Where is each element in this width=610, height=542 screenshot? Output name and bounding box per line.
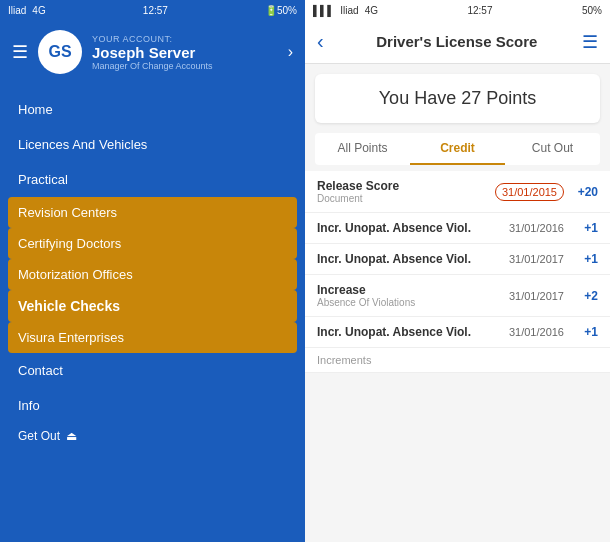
nav-item-contact[interactable]: Contact xyxy=(0,353,305,388)
time-left: 12:57 xyxy=(52,5,259,16)
record-date: 31/01/2016 xyxy=(509,326,564,338)
user-info: YOUR ACCOUNT: Joseph Server Manager Of C… xyxy=(92,34,278,71)
right-panel: ‹ Driver's License Score ☰ You Have 27 P… xyxy=(305,0,610,542)
status-bar-right: ▌▌▌ Iliad 4G 12:57 50% xyxy=(305,0,610,20)
record-title: Increase xyxy=(317,283,499,297)
chevron-right-icon[interactable]: › xyxy=(288,43,293,61)
nav-item-info[interactable]: Info xyxy=(0,388,305,423)
battery-icon-left: 🔋50% xyxy=(265,5,297,16)
record-points: +1 xyxy=(574,325,598,339)
record-title: Release Score xyxy=(317,179,485,193)
nav-item-getout[interactable]: Get Out ⏏ xyxy=(0,423,305,449)
network-right: 4G xyxy=(365,5,378,16)
record-item: Increase Absence Of Violations 31/01/201… xyxy=(305,275,610,317)
nav-item-motorization[interactable]: Motorization Offices xyxy=(8,259,297,290)
tab-all-points[interactable]: All Points xyxy=(315,133,410,165)
network-left: 4G xyxy=(32,5,45,16)
record-points: +1 xyxy=(574,221,598,235)
tab-credit[interactable]: Credit xyxy=(410,133,505,165)
nav-item-revision[interactable]: Revision Centers xyxy=(8,197,297,228)
record-subtitle: Absence Of Violations xyxy=(317,297,499,308)
menu-icon[interactable]: ☰ xyxy=(12,41,28,63)
record-title: Incr. Unopat. Absence Viol. xyxy=(317,325,499,339)
record-info: Increase Absence Of Violations xyxy=(317,283,499,308)
record-item: Incr. Unopat. Absence Viol. 31/01/2016 +… xyxy=(305,317,610,348)
getout-label: Get Out xyxy=(18,429,60,443)
record-date: 31/01/2016 xyxy=(509,222,564,234)
carrier-right: Iliad xyxy=(340,5,358,16)
record-subtitle: Document xyxy=(317,193,485,204)
record-points: +1 xyxy=(574,252,598,266)
nav-item-certifying[interactable]: Certifying Doctors xyxy=(8,228,297,259)
record-points: +20 xyxy=(574,185,598,199)
record-info: Incr. Unopat. Absence Viol. xyxy=(317,221,499,235)
record-info: Incr. Unopat. Absence Viol. xyxy=(317,252,499,266)
record-date: 31/01/2015 xyxy=(495,183,564,201)
nav-item-visura[interactable]: Visura Enterprises xyxy=(8,322,297,353)
record-item: Incr. Unopat. Absence Viol. 31/01/2016 +… xyxy=(305,213,610,244)
tabs-bar: All Points Credit Cut Out xyxy=(315,133,600,165)
user-name: Joseph Server xyxy=(92,44,278,61)
carrier-left: Iliad xyxy=(8,5,26,16)
hamburger-icon[interactable]: ☰ xyxy=(582,31,598,53)
nav-menu: Home Licences And Vehicles Practical Rev… xyxy=(0,92,305,542)
nav-item-licences[interactable]: Licences And Vehicles xyxy=(0,127,305,162)
signal-right: ▌▌▌ xyxy=(313,5,334,16)
battery-right: 50% xyxy=(582,5,602,16)
record-title: Incr. Unopat. Absence Viol. xyxy=(317,221,499,235)
tab-cut-out[interactable]: Cut Out xyxy=(505,133,600,165)
exit-icon: ⏏ xyxy=(66,429,77,443)
left-panel: ☰ GS YOUR ACCOUNT: Joseph Server Manager… xyxy=(0,0,305,542)
record-date: 31/01/2017 xyxy=(509,253,564,265)
increments-label: Increments xyxy=(305,348,610,373)
nav-item-home[interactable]: Home xyxy=(0,92,305,127)
nav-item-practical[interactable]: Practical xyxy=(0,162,305,197)
record-item: Incr. Unopat. Absence Viol. 31/01/2017 +… xyxy=(305,244,610,275)
points-banner: You Have 27 Points xyxy=(315,74,600,123)
record-title: Incr. Unopat. Absence Viol. xyxy=(317,252,499,266)
record-points: +2 xyxy=(574,289,598,303)
left-header: ☰ GS YOUR ACCOUNT: Joseph Server Manager… xyxy=(0,20,305,84)
status-bar: Iliad 4G 12:57 🔋50% ▌▌▌ Iliad 4G 12:57 5… xyxy=(0,0,610,20)
account-label: YOUR ACCOUNT: xyxy=(92,34,278,44)
back-button[interactable]: ‹ xyxy=(317,30,324,53)
user-role: Manager Of Change Accounts xyxy=(92,61,278,71)
record-info: Incr. Unopat. Absence Viol. xyxy=(317,325,499,339)
records-list: Release Score Document 31/01/2015 +20 In… xyxy=(305,171,610,542)
record-info: Release Score Document xyxy=(317,179,485,204)
nav-item-vehicle[interactable]: Vehicle Checks xyxy=(8,290,297,322)
avatar: GS xyxy=(38,30,82,74)
record-item: Release Score Document 31/01/2015 +20 xyxy=(305,171,610,213)
status-bar-left: Iliad 4G 12:57 🔋50% xyxy=(0,0,305,20)
time-right: 12:57 xyxy=(384,5,576,16)
page-title: Driver's License Score xyxy=(332,33,582,50)
record-date: 31/01/2017 xyxy=(509,290,564,302)
right-header: ‹ Driver's License Score ☰ xyxy=(305,20,610,64)
